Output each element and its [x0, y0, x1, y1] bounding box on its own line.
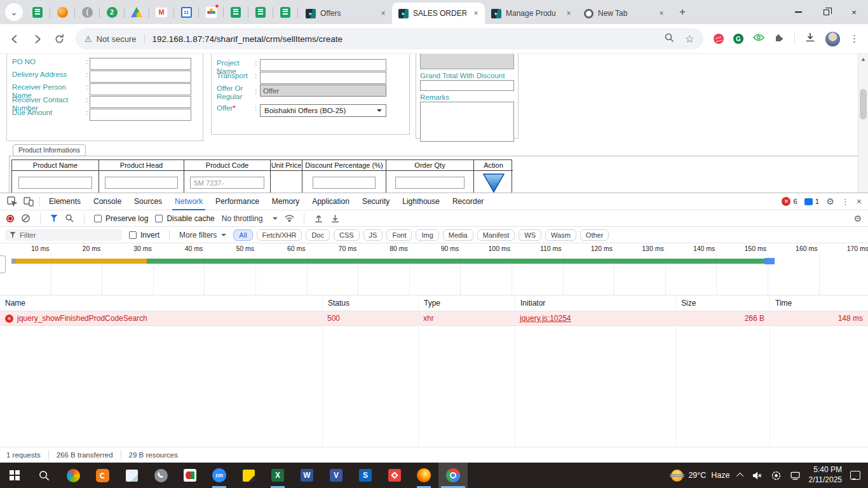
- reload-button[interactable]: [53, 33, 65, 45]
- pinned-tab-sheets-3[interactable]: [254, 5, 268, 19]
- devtools-tab[interactable]: Lighthouse: [396, 193, 446, 210]
- project-name-input[interactable]: [260, 59, 386, 71]
- bookmark-star-icon[interactable]: ☆: [685, 34, 695, 44]
- pinned-tab-calendar[interactable]: 11: [179, 5, 193, 19]
- url-text[interactable]: 192.168.1.87:74/sharif_metal/crm/sellIte…: [153, 34, 342, 44]
- devtools-tab[interactable]: Performance: [209, 193, 266, 210]
- download-icon[interactable]: [804, 32, 816, 46]
- request-type-pill[interactable]: Img: [416, 229, 438, 241]
- receiver-contact-number-input[interactable]: [90, 96, 191, 108]
- due-amount-input[interactable]: [90, 109, 191, 121]
- tab-sales-order[interactable]: ▸ SALES ORDER ×: [392, 3, 485, 24]
- col-status[interactable]: Status: [322, 295, 418, 311]
- inspect-element-icon[interactable]: [7, 196, 17, 207]
- offer-select[interactable]: Boishakhi Offers (BO-25): [260, 104, 386, 117]
- devtools-settings-gear-icon[interactable]: ⚙: [826, 196, 834, 207]
- forward-button[interactable]: [31, 33, 43, 45]
- tab-offers[interactable]: ▸ Offers ×: [299, 3, 392, 24]
- start-button[interactable]: [0, 463, 29, 488]
- request-type-pill[interactable]: All: [233, 229, 252, 241]
- address-bar[interactable]: ⚠ Not secure 192.168.1.87:74/sharif_meta…: [76, 28, 703, 50]
- network-ethernet-icon[interactable]: [790, 470, 801, 481]
- devtools-menu-dots-icon[interactable]: ⋮: [841, 197, 850, 207]
- pinned-tab-badge2[interactable]: 2: [105, 5, 119, 19]
- network-settings-gear-icon[interactable]: ⚙: [853, 214, 862, 224]
- network-overview-timeline[interactable]: 10 ms20 ms30 ms40 ms50 ms60 ms70 ms80 ms…: [0, 243, 868, 295]
- zoom-button[interactable]: zm: [205, 463, 234, 488]
- col-time[interactable]: Time: [770, 295, 868, 311]
- maximize-button[interactable]: [812, 0, 840, 24]
- close-icon[interactable]: ×: [564, 8, 574, 18]
- back-button[interactable]: [9, 33, 21, 45]
- po-no-input[interactable]: [90, 58, 191, 70]
- filter-input[interactable]: [20, 231, 118, 239]
- profile-avatar[interactable]: [825, 32, 840, 46]
- export-har-icon[interactable]: [330, 214, 340, 223]
- pinned-tab-sheets[interactable]: [31, 5, 44, 19]
- taskbar-clock[interactable]: 5:40 PM 2/11/2025: [809, 465, 843, 485]
- disable-cache-control[interactable]: Disable cache: [155, 214, 214, 223]
- request-type-pill[interactable]: JS: [363, 229, 383, 241]
- product-head-input[interactable]: [105, 177, 177, 189]
- whatsapp-button[interactable]: [146, 463, 175, 488]
- request-type-pill[interactable]: Font: [386, 229, 412, 241]
- request-type-pill[interactable]: Fetch/XHR: [257, 229, 302, 241]
- chrome-button[interactable]: [438, 463, 468, 488]
- extension-eye-icon[interactable]: [753, 33, 764, 44]
- request-type-pill[interactable]: Doc: [306, 229, 330, 241]
- request-row-error[interactable]: ✕ jquery_showFinishedProdCodeSearch 500 …: [0, 311, 868, 326]
- action-cell[interactable]: [473, 171, 513, 193]
- extensions-puzzle-icon[interactable]: [774, 32, 785, 46]
- transport-input[interactable]: [260, 72, 386, 84]
- copilot-button[interactable]: [58, 463, 88, 488]
- cast-circle-icon[interactable]: [771, 470, 782, 481]
- page-scrollbar[interactable]: ▲: [858, 54, 868, 193]
- network-conditions-icon[interactable]: [285, 214, 294, 223]
- visio-button[interactable]: V: [322, 463, 351, 488]
- close-icon[interactable]: ×: [656, 8, 667, 18]
- preserve-log-control[interactable]: Preserve log: [94, 214, 148, 223]
- minimize-button[interactable]: [784, 0, 812, 24]
- sticky-notes-button[interactable]: [117, 463, 146, 488]
- preserve-log-checkbox[interactable]: [94, 215, 102, 222]
- devtools-tab[interactable]: Memory: [266, 193, 306, 210]
- new-tab-button[interactable]: +: [674, 4, 691, 20]
- taskbar-search-button[interactable]: [29, 463, 58, 488]
- grand-total-input[interactable]: [420, 80, 514, 91]
- receiver-person-name-input[interactable]: [90, 83, 191, 95]
- record-network-log-icon[interactable]: [6, 215, 14, 222]
- request-type-pill[interactable]: Media: [443, 229, 473, 241]
- remarks-textarea[interactable]: [420, 102, 514, 142]
- request-type-pill[interactable]: Wasm: [545, 229, 576, 241]
- action-center-icon[interactable]: [850, 471, 860, 480]
- close-window-button[interactable]: ×: [840, 0, 868, 24]
- pinned-tab-sheets-2[interactable]: [229, 5, 243, 19]
- avro-keyboard-button[interactable]: [88, 463, 117, 488]
- browser-menu-icon[interactable]: ⋮: [850, 33, 859, 44]
- security-chip[interactable]: ⚠ Not secure: [85, 34, 145, 44]
- device-toolbar-icon[interactable]: [24, 196, 34, 207]
- scroll-up-arrow[interactable]: ▲: [860, 56, 866, 62]
- pinned-tab-drive[interactable]: [130, 5, 144, 19]
- network-search-icon[interactable]: [65, 214, 74, 223]
- pinned-tab-photos[interactable]: [204, 5, 218, 19]
- col-name[interactable]: Name: [0, 295, 322, 311]
- error-badge[interactable]: ✕ 6: [782, 197, 797, 206]
- tab-search-chevron-icon[interactable]: ⌄: [5, 3, 23, 21]
- product-code-input[interactable]: [190, 177, 264, 189]
- invert-control[interactable]: Invert: [129, 231, 159, 240]
- col-initiator[interactable]: Initiator: [515, 295, 675, 311]
- devtools-close-icon[interactable]: ×: [857, 196, 862, 207]
- pinned-tab-sheets-4[interactable]: [278, 5, 292, 19]
- notepad-button[interactable]: [234, 463, 263, 488]
- request-type-pill[interactable]: Manifest: [477, 229, 515, 241]
- delivery-address-input[interactable]: [90, 71, 191, 83]
- excel-button[interactable]: X: [263, 463, 292, 488]
- tab-manage-products[interactable]: ▸ Manage Produ ×: [485, 3, 578, 24]
- word-button[interactable]: W: [292, 463, 322, 488]
- request-type-pill[interactable]: WS: [519, 229, 541, 241]
- filter-input-box[interactable]: [5, 229, 122, 241]
- red-diamond-app-button[interactable]: [380, 463, 409, 488]
- disable-cache-checkbox[interactable]: [155, 215, 163, 222]
- product-name-input[interactable]: [18, 177, 93, 189]
